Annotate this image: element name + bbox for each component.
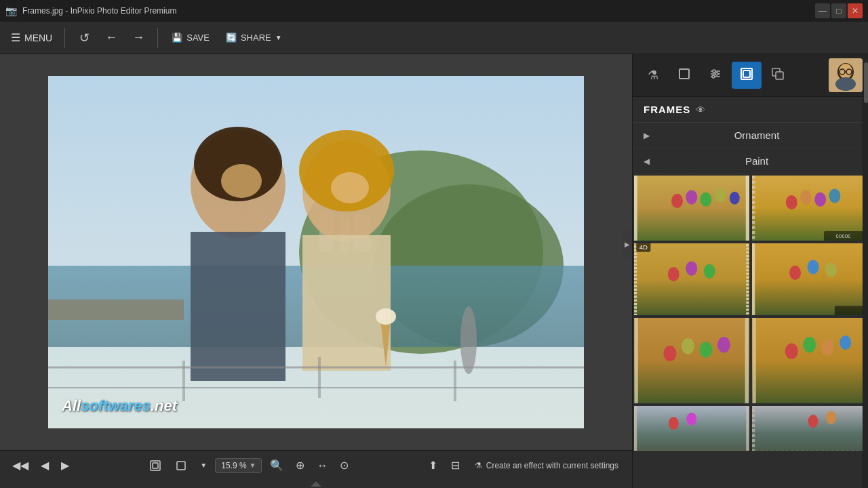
fit-button[interactable] xyxy=(144,456,166,475)
svg-point-63 xyxy=(682,338,694,354)
window-title: Frames.jpg - InPixio Photo Editor Premiu… xyxy=(22,6,176,16)
prev-prev-button[interactable]: ◀◀ xyxy=(8,456,33,474)
crop-button[interactable] xyxy=(170,456,192,475)
menu-button[interactable]: ☰ MENU xyxy=(5,27,58,48)
canvas-area: Allsoftwares.net ◀◀ ◀ ▶ xyxy=(0,54,632,488)
svg-rect-26 xyxy=(177,462,185,470)
actual-size-button[interactable]: ⊙ xyxy=(336,456,353,474)
visibility-icon[interactable]: 👁 xyxy=(696,104,705,115)
category-ornament[interactable]: ▶ Ornament xyxy=(633,123,868,148)
svg-point-88 xyxy=(686,413,696,426)
frames-icon xyxy=(739,66,754,85)
main-toolbar: ☰ MENU ↺ ← → 💾 SAVE 🔄 SHARE ▼ xyxy=(0,22,868,54)
bottom-left-controls: ◀◀ ◀ ▶ xyxy=(8,456,73,474)
svg-point-62 xyxy=(663,346,676,361)
frame-thumbnail-8[interactable] xyxy=(751,405,869,452)
paint-label: Paint xyxy=(656,155,857,167)
fit-width-button[interactable]: ↔ xyxy=(313,457,332,474)
main-content: Allsoftwares.net ◀◀ ◀ ▶ xyxy=(0,54,868,488)
svg-rect-52 xyxy=(752,176,867,241)
svg-point-40 xyxy=(839,64,852,79)
canvas-wrapper: Allsoftwares.net xyxy=(0,54,632,450)
zoom-search-button[interactable]: 🔍 xyxy=(266,456,288,474)
svg-point-54 xyxy=(785,195,797,209)
svg-rect-25 xyxy=(153,463,158,468)
svg-point-31 xyxy=(713,70,715,73)
crop-icon xyxy=(677,66,692,85)
export-button[interactable]: ⬆ xyxy=(425,456,441,474)
minimize-button[interactable]: — xyxy=(815,3,830,18)
svg-point-15 xyxy=(376,308,396,325)
frames-label: FRAMES xyxy=(644,104,690,115)
svg-point-65 xyxy=(717,337,730,352)
svg-point-71 xyxy=(840,336,851,350)
zoom-dropdown-icon: ▼ xyxy=(250,462,256,469)
scrollbar-thumb[interactable] xyxy=(864,62,868,103)
panel-scrollbar[interactable] xyxy=(863,60,868,488)
zoom-display: 15.9 % ▼ xyxy=(215,458,262,473)
undo-button[interactable]: ↺ xyxy=(72,26,96,50)
bottom-right-controls: ⬆ ⊟ ⚗ Create an effect with current sett… xyxy=(425,456,624,474)
save-label: SAVE xyxy=(186,33,210,43)
scroll-up-arrow xyxy=(311,481,321,487)
zoom-in-button[interactable]: ⊕ xyxy=(292,456,309,474)
svg-point-57 xyxy=(829,188,840,203)
frame-thumbnail-4[interactable] xyxy=(751,317,869,405)
main-image[interactable]: Allsoftwares.net xyxy=(48,76,584,428)
svg-rect-66 xyxy=(752,318,867,403)
svg-rect-37 xyxy=(776,72,783,79)
frame-thumbnail-2[interactable]: cococ xyxy=(751,174,869,242)
layers-icon xyxy=(770,66,785,85)
svg-point-70 xyxy=(821,340,833,355)
frame-thumbnail-1[interactable] xyxy=(633,174,751,242)
svg-point-33 xyxy=(712,75,715,78)
tab-adjustments[interactable] xyxy=(701,62,730,89)
panel-content: FRAMES 👁 ▶ Ornament ◀ Paint xyxy=(633,97,868,488)
svg-point-51 xyxy=(730,192,740,205)
effect-icon: ⚗ xyxy=(475,461,482,470)
svg-point-55 xyxy=(800,190,811,205)
avatar-placeholder xyxy=(829,58,863,92)
svg-point-32 xyxy=(715,73,718,75)
frame-thumbnail-3[interactable] xyxy=(633,317,751,405)
share-button[interactable]: 🔄 SHARE ▼ xyxy=(219,28,289,47)
svg-point-77 xyxy=(686,262,697,276)
forward-button[interactable]: → xyxy=(126,26,151,50)
panel-toggle-button[interactable]: ⊟ xyxy=(447,456,464,474)
frame-thumbnail-6[interactable] xyxy=(751,242,869,317)
tab-crop[interactable] xyxy=(669,62,699,89)
prev-frame-button[interactable]: ◀ xyxy=(37,456,53,474)
tab-frames[interactable] xyxy=(732,62,762,89)
tab-effects[interactable]: ⚗ xyxy=(638,62,668,89)
bottom-center-controls: ▼ 15.9 % ▼ 🔍 ⊕ ↔ ⊙ xyxy=(144,456,353,475)
svg-text:cococ: cococ xyxy=(835,232,851,239)
frame-thumbnail-5[interactable]: 4D xyxy=(633,242,751,317)
title-bar: 📷 Frames.jpg - InPixio Photo Editor Prem… xyxy=(0,0,868,22)
dropdown-button[interactable]: ▼ xyxy=(196,459,211,472)
effect-label: Create an effect with current settings xyxy=(486,461,618,470)
svg-point-87 xyxy=(669,417,679,430)
svg-point-56 xyxy=(814,192,826,207)
frame-thumbnail-7[interactable] xyxy=(633,405,751,452)
svg-rect-9 xyxy=(191,232,285,381)
next-frame-button[interactable]: ▶ xyxy=(57,456,73,474)
adjustments-icon xyxy=(708,66,723,85)
maximize-button[interactable]: □ xyxy=(831,3,846,18)
ornament-label: Ornament xyxy=(656,129,857,141)
create-effect-button[interactable]: ⚗ Create an effect with current settings xyxy=(469,458,624,473)
tab-layers[interactable] xyxy=(763,62,793,89)
hamburger-icon: ☰ xyxy=(11,31,20,44)
svg-point-41 xyxy=(835,77,856,91)
svg-rect-79 xyxy=(752,243,867,315)
save-button[interactable]: 💾 SAVE xyxy=(165,28,216,47)
svg-point-92 xyxy=(826,411,836,424)
svg-point-69 xyxy=(803,337,816,352)
share-label: SHARE xyxy=(241,33,271,43)
expand-panel-button[interactable]: ▶ xyxy=(623,230,632,258)
svg-rect-72 xyxy=(634,243,749,315)
close-button[interactable]: ✕ xyxy=(848,3,863,18)
svg-rect-60 xyxy=(634,318,749,403)
back-button[interactable]: ← xyxy=(99,26,123,50)
svg-text:4D: 4D xyxy=(639,243,648,251)
category-paint[interactable]: ◀ Paint xyxy=(633,148,868,174)
